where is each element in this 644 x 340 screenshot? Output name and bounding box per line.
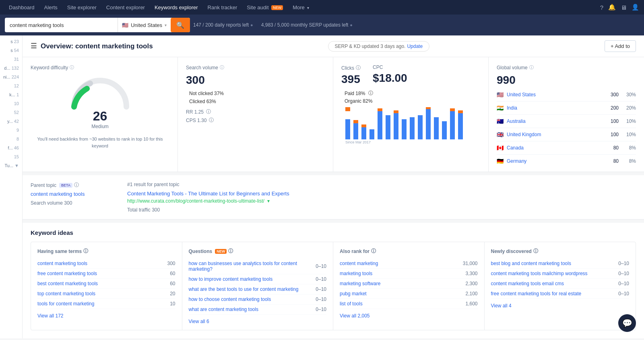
dropdown-icon[interactable]: ▾	[267, 198, 270, 204]
svg-rect-13	[410, 117, 415, 139]
country-link-in[interactable]: India	[507, 105, 603, 111]
page-title: Overview: content marketing tools	[41, 42, 153, 50]
kd-help-icon[interactable]: ⓘ	[70, 64, 74, 70]
ki-kw-3-3[interactable]: free content marketing tools for real es…	[491, 291, 582, 296]
view-all-same-terms[interactable]: View all 172	[37, 313, 175, 319]
pt-article-link[interactable]: Content Marketing Tools - The Ultimate L…	[127, 191, 289, 197]
ki-kw-3-0[interactable]: best blog and content marketing tools	[491, 261, 571, 266]
clicks-help-icon[interactable]: ⓘ	[356, 64, 361, 71]
ki-title: Keyword ideas	[31, 229, 636, 236]
country-link-de[interactable]: Germany	[507, 158, 603, 164]
monitor-icon[interactable]: 🖥	[621, 4, 627, 11]
paid-help-icon[interactable]: ⓘ	[368, 90, 373, 97]
nav-item-site-audit[interactable]: Site audit NEW	[243, 2, 287, 13]
clicks-label: Clicks ⓘ	[341, 64, 361, 71]
paid-label: Paid 18%	[345, 91, 365, 96]
pt-help-icon[interactable]: ⓘ	[74, 182, 79, 189]
ki-row-2-2: marketing software 2,300	[340, 279, 478, 289]
clicks-value: 395	[341, 73, 361, 86]
ki-kw-0-0[interactable]: content marketing tools	[37, 261, 87, 266]
nav-item-rank-tracker[interactable]: Rank tracker	[204, 2, 242, 13]
sv-help-icon[interactable]: ⓘ	[220, 64, 224, 70]
chat-button[interactable]: 💬	[618, 314, 636, 332]
nav-item-keywords-explorer[interactable]: Keywords explorer	[151, 2, 202, 13]
ki-val-1-2: 0–10	[306, 286, 326, 292]
menu-icon[interactable]: ☰	[31, 42, 37, 50]
ca-flag: 🇨🇦	[497, 145, 504, 151]
divider-4	[497, 141, 636, 141]
de-vol: 80	[607, 158, 619, 164]
ki-kw-0-1[interactable]: free content marketing tools	[37, 271, 97, 276]
country-select[interactable]: 🇺🇸 United States ▾	[118, 18, 171, 32]
country-link-au[interactable]: Australia	[507, 118, 603, 124]
country-link-gb[interactable]: United Kingdom	[507, 132, 603, 137]
ki-kw-3-1[interactable]: content marketing tools mailchimp wordpr…	[491, 271, 588, 276]
also-rank-help[interactable]: ⓘ	[371, 248, 376, 255]
ki-row-2-4: list of tools 1,600	[340, 299, 478, 309]
nav-item-more[interactable]: More ▾	[289, 2, 313, 13]
nav-item-content-explorer[interactable]: Content explorer	[102, 2, 149, 13]
view-all-questions[interactable]: View all 6	[189, 319, 327, 324]
ki-val-2-0: 31,000	[458, 261, 478, 266]
questions-help[interactable]: ⓘ	[228, 248, 233, 255]
us-pct: 30%	[622, 92, 636, 97]
newly-help[interactable]: ⓘ	[533, 248, 538, 255]
ki-kw-0-2[interactable]: best content marketing tools	[37, 281, 98, 286]
ki-row-1-4: what are content marketing tools 0–10	[189, 305, 327, 315]
view-all-newly[interactable]: View all 4	[491, 303, 630, 309]
ki-row-3-1: content marketing tools mailchimp wordpr…	[491, 269, 630, 279]
same-terms-help[interactable]: ⓘ	[83, 248, 88, 255]
ki-kw-0-4[interactable]: tools for content marketing	[37, 301, 94, 307]
ki-kw-1-2[interactable]: what are the best tools to use for conte…	[189, 286, 299, 292]
ki-kw-1-4[interactable]: what are content marketing tools	[189, 307, 258, 312]
ki-kw-0-3[interactable]: top content marketing tools	[37, 291, 95, 296]
ki-row-2-3: pubg market 2,100	[340, 289, 478, 299]
ki-val-0-1: 60	[155, 271, 175, 276]
main-area: ☰ Overview: content marketing tools SERP…	[23, 35, 644, 338]
ki-row-0-3: top content marketing tools 20	[37, 289, 175, 299]
update-link[interactable]: Update	[407, 44, 423, 49]
nav-item-site-explorer[interactable]: Site explorer	[63, 2, 101, 13]
search-button[interactable]: 🔍	[171, 18, 190, 32]
organic-label: Organic 82%	[345, 98, 372, 104]
user-icon[interactable]: 👤	[632, 4, 639, 11]
country-link-ca[interactable]: Canada	[507, 145, 603, 151]
svg-rect-5	[361, 124, 366, 127]
rr-help-icon[interactable]: ⓘ	[206, 108, 211, 115]
not-clicked-row: Not clicked 37%	[186, 91, 325, 96]
ki-kw-3-2[interactable]: content marketing tools email cms	[491, 281, 564, 286]
ki-kw-2-1[interactable]: marketing tools	[340, 271, 372, 276]
parent-topic-section: Parent topic BETA ⓘ content marketing to…	[23, 175, 644, 220]
ki-kw-2-0[interactable]: content marketing	[340, 261, 378, 266]
search-input[interactable]	[5, 19, 118, 31]
country-link-us[interactable]: United States	[507, 92, 603, 97]
ki-kw-2-2[interactable]: marketing software	[340, 281, 380, 286]
ki-col-same-terms: Having same terms ⓘ content marketing to…	[31, 242, 182, 330]
view-all-also-rank[interactable]: View all 2,005	[340, 313, 478, 319]
nav-item-dashboard[interactable]: Dashboard	[5, 2, 39, 13]
ki-kw-1-3[interactable]: how to choose content marketing tools	[189, 296, 271, 302]
ki-val-1-3: 0–10	[306, 296, 326, 302]
ki-row-2-0: content marketing 31,000	[340, 259, 478, 269]
ki-kw-1-1[interactable]: how to improve content marketing tools	[189, 276, 273, 282]
sidebar-num-5: ni...224	[0, 73, 22, 81]
pt-result-title: #1 result for parent topic	[127, 182, 636, 187]
ki-col-also-title: Also rank for ⓘ	[340, 248, 478, 255]
ki-kw-2-3[interactable]: pubg market	[340, 291, 367, 296]
gv-help-icon[interactable]: ⓘ	[529, 64, 534, 70]
flag-icon: 🇺🇸	[122, 22, 128, 28]
ki-row-3-0: best blog and content marketing tools 0–…	[491, 259, 630, 269]
monthly-serp-help[interactable]: ●	[350, 23, 353, 27]
ki-row-0-4: tools for content marketing 10	[37, 299, 175, 309]
sidebar-num-6: 12	[0, 81, 22, 90]
add-to-button[interactable]: + Add to	[605, 40, 636, 52]
bell-icon[interactable]: 🔔	[608, 4, 616, 11]
sidebar-num-15: Tu...▼	[0, 161, 22, 170]
cps-help-icon[interactable]: ⓘ	[209, 117, 214, 124]
ki-kw-2-4[interactable]: list of tools	[340, 301, 363, 307]
nav-item-alerts[interactable]: Alerts	[40, 2, 62, 13]
help-icon[interactable]: ?	[600, 4, 603, 11]
daily-reports-help[interactable]: ●	[250, 23, 253, 27]
ki-kw-1-0[interactable]: how can businesses use analytics tools f…	[189, 261, 307, 272]
parent-topic-link[interactable]: content marketing tools	[31, 191, 85, 197]
